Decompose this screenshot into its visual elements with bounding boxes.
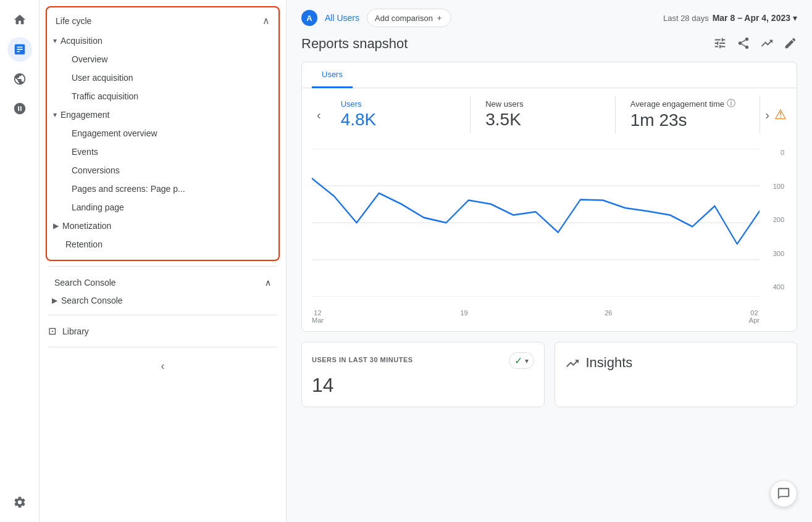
engagement-label: Average engagement time ⓘ xyxy=(630,98,745,109)
library-label: Library xyxy=(62,326,89,336)
insights-card-content: Insights xyxy=(565,352,787,375)
metric-card: Users ‹ Users 4.8K New users 3.5K xyxy=(301,62,797,332)
users-30min-title: USERS IN LAST 30 MINUTES xyxy=(312,356,413,363)
y-label-300: 300 xyxy=(773,250,784,257)
nav-retention[interactable]: Retention xyxy=(47,235,278,254)
nav-overview[interactable]: Overview xyxy=(47,50,278,68)
sc-item-label: Search Console xyxy=(61,296,123,305)
monetization-group[interactable]: ▶ Monetization xyxy=(47,217,278,235)
divider-2 xyxy=(48,315,277,315)
chart-y-axis: 400 300 200 100 0 xyxy=(762,149,787,291)
date-range-selector[interactable]: Mar 8 – Apr 4, 2023 ▾ xyxy=(713,13,797,23)
engagement-info-icon[interactable]: ⓘ xyxy=(727,98,735,109)
search-console-group: Search Console ∧ ▶ Search Console xyxy=(46,271,280,310)
chart-svg xyxy=(312,149,760,297)
top-bar: A All Users Add comparison ＋ Last 28 day… xyxy=(287,0,812,36)
add-comparison-plus-icon: ＋ xyxy=(435,12,443,23)
insights-card: Insights xyxy=(555,342,798,407)
insights-chart-icon xyxy=(565,356,580,375)
nav-conversions[interactable]: Conversions xyxy=(47,161,278,180)
nav-landing-page[interactable]: Landing page xyxy=(47,198,278,217)
lifecycle-section: Life cycle ∧ ▾ Acquisition Overview User… xyxy=(46,6,280,261)
divider-1 xyxy=(48,266,277,267)
share-icon[interactable] xyxy=(737,36,750,52)
reports-actions xyxy=(713,36,797,52)
search-console-collapse-icon[interactable]: ∧ xyxy=(265,278,271,288)
icon-bar xyxy=(0,0,40,522)
insights-title: Insights xyxy=(586,355,633,371)
library-item[interactable]: ⊡ Library xyxy=(40,320,286,342)
metric-next-arrow[interactable]: › xyxy=(760,108,774,122)
advertising-icon[interactable] xyxy=(7,96,32,121)
top-bar-left: A All Users Add comparison ＋ xyxy=(301,9,451,27)
library-icon: ⊡ xyxy=(48,325,56,337)
settings-icon[interactable] xyxy=(7,490,32,515)
status-check-icon: ✓ xyxy=(514,355,522,367)
engagement-group[interactable]: ▾ Engagement xyxy=(47,106,278,124)
acquisition-group[interactable]: ▾ Acquisition xyxy=(47,31,278,50)
sc-item-arrow: ▶ xyxy=(52,296,57,305)
x-label-mar12: 12Mar xyxy=(312,309,324,324)
metric-tabs: Users xyxy=(302,62,797,88)
chart-x-axis: 12Mar 19 26 02Apr xyxy=(312,309,760,331)
sidebar: Life cycle ∧ ▾ Acquisition Overview User… xyxy=(40,0,287,522)
users-30min-header: USERS IN LAST 30 MINUTES ✓ ▾ xyxy=(312,352,534,369)
nav-user-acquisition[interactable]: User acquisition xyxy=(47,68,278,87)
top-bar-right: Last 28 days Mar 8 – Apr 4, 2023 ▾ xyxy=(663,13,797,23)
metric-prev-arrow[interactable]: ‹ xyxy=(312,108,326,122)
customize-report-icon[interactable] xyxy=(713,36,727,52)
reports-title: Reports snapshot xyxy=(301,36,408,52)
reports-area: Reports snapshot Users xyxy=(287,36,812,422)
explore-icon[interactable] xyxy=(7,67,32,91)
status-dropdown-icon: ▾ xyxy=(525,357,529,365)
chart-area: 400 300 200 100 0 12Mar 19 26 02Apr xyxy=(302,141,797,331)
main-content: A All Users Add comparison ＋ Last 28 day… xyxy=(287,0,812,522)
add-comparison-button[interactable]: Add comparison ＋ xyxy=(367,9,451,27)
y-label-0: 0 xyxy=(781,149,784,156)
acquisition-arrow: ▾ xyxy=(53,36,57,45)
metric-users: Users 4.8K xyxy=(326,97,471,133)
engagement-label: Engagement xyxy=(61,110,109,120)
divider-3 xyxy=(48,347,277,347)
date-range-arrow-icon: ▾ xyxy=(793,13,797,23)
status-badge[interactable]: ✓ ▾ xyxy=(509,352,534,369)
nav-traffic-acquisition[interactable]: Traffic acquisition xyxy=(47,87,278,106)
tab-users[interactable]: Users xyxy=(312,62,353,88)
nav-engagement-overview[interactable]: Engagement overview xyxy=(47,124,278,143)
search-console-header[interactable]: Search Console ∧ xyxy=(46,271,280,291)
users-30min-card: USERS IN LAST 30 MINUTES ✓ ▾ 14 xyxy=(301,342,545,407)
x-label-mar26: 26 xyxy=(605,309,612,324)
sidebar-collapse-button[interactable]: ‹ xyxy=(40,352,286,380)
x-label-mar19: 19 xyxy=(460,309,467,324)
new-users-label: New users xyxy=(485,99,600,109)
edit-icon[interactable] xyxy=(784,36,797,52)
date-range-value: Mar 8 – Apr 4, 2023 xyxy=(713,13,790,23)
bottom-cards: USERS IN LAST 30 MINUTES ✓ ▾ 14 Insights xyxy=(301,342,797,407)
all-users-button[interactable]: All Users xyxy=(325,13,359,23)
lifecycle-header[interactable]: Life cycle ∧ xyxy=(47,7,278,31)
nav-events[interactable]: Events xyxy=(47,143,278,161)
engagement-arrow: ▾ xyxy=(53,110,57,119)
lifecycle-title: Life cycle xyxy=(56,16,91,26)
user-badge: A xyxy=(301,10,317,26)
monetization-label: Monetization xyxy=(62,221,111,231)
users-label: Users xyxy=(341,99,456,109)
nav-pages-screens[interactable]: Pages and screens: Page p... xyxy=(47,180,278,198)
search-console-item[interactable]: ▶ Search Console xyxy=(46,291,280,310)
warning-icon: ⚠ xyxy=(774,107,787,123)
users-value: 4.8K xyxy=(341,109,456,131)
metric-new-users: New users 3.5K xyxy=(471,97,616,133)
monetization-arrow: ▶ xyxy=(53,222,59,230)
lifecycle-collapse-icon[interactable]: ∧ xyxy=(262,15,270,27)
y-label-100: 100 xyxy=(773,183,784,190)
feedback-button[interactable] xyxy=(770,480,797,507)
last-period-label: Last 28 days xyxy=(663,14,709,23)
chart-container: 400 300 200 100 0 xyxy=(312,149,787,309)
reports-icon[interactable] xyxy=(7,37,32,62)
home-icon[interactable] xyxy=(7,7,32,32)
compare-icon[interactable] xyxy=(760,36,774,52)
add-comparison-label: Add comparison xyxy=(375,14,433,23)
collapse-icon: ‹ xyxy=(161,360,165,373)
reports-header: Reports snapshot xyxy=(301,36,797,52)
new-users-value: 3.5K xyxy=(485,109,600,131)
